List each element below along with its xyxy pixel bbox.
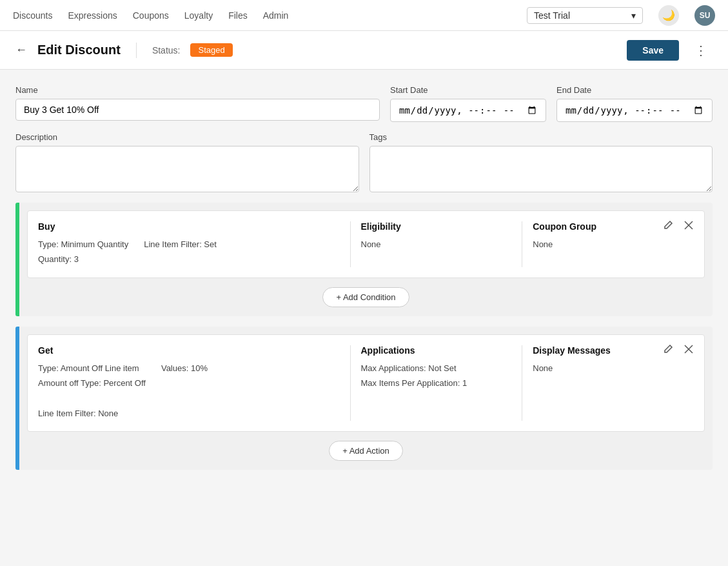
end-date-input[interactable] bbox=[556, 99, 713, 122]
nav-coupons[interactable]: Coupons bbox=[133, 8, 169, 23]
add-condition-row: + Add Condition bbox=[19, 278, 713, 316]
description-input[interactable] bbox=[15, 146, 359, 192]
status-label: Status: bbox=[152, 45, 181, 56]
buy-type: Type: Minimum Quantity bbox=[38, 237, 128, 252]
buy-details-left: Type: Minimum Quantity Quantity: 3 bbox=[38, 237, 128, 267]
get-filter: Line Item Filter: None bbox=[38, 406, 146, 421]
dark-mode-toggle[interactable]: 🌙 bbox=[658, 5, 679, 26]
back-button[interactable]: ← bbox=[15, 43, 27, 57]
add-action-row: + Add Action bbox=[19, 432, 713, 470]
add-action-button[interactable]: + Add Action bbox=[329, 441, 403, 461]
end-date-label: End Date bbox=[556, 85, 713, 95]
buy-details-right: Line Item Filter: Set bbox=[144, 237, 217, 267]
edit-icon bbox=[663, 220, 673, 233]
close-icon bbox=[684, 344, 694, 357]
status-badge: Staged bbox=[190, 43, 232, 57]
action-card-actions bbox=[660, 343, 696, 358]
max-applications: Max Applications: Not Set bbox=[361, 361, 512, 376]
applications-column: Applications Max Applications: Not Set M… bbox=[350, 345, 522, 421]
action-card-grid: Get Type: Amount Off Line item Amount of… bbox=[38, 345, 694, 421]
start-date-label: Start Date bbox=[390, 85, 546, 95]
avatar[interactable]: SU bbox=[694, 5, 715, 26]
delete-action-button[interactable] bbox=[681, 343, 696, 358]
buy-title: Buy bbox=[38, 221, 340, 232]
condition-card-grid: Buy Type: Minimum Quantity Quantity: 3 L… bbox=[38, 221, 694, 267]
nav-loyalty[interactable]: Loyalty bbox=[184, 8, 213, 23]
action-card: Get Type: Amount Off Line item Amount of… bbox=[27, 334, 705, 432]
card-actions bbox=[660, 219, 696, 234]
edit-icon bbox=[663, 344, 673, 357]
description-label: Description bbox=[15, 132, 359, 142]
close-icon bbox=[684, 220, 694, 233]
add-condition-button[interactable]: + Add Condition bbox=[322, 287, 409, 307]
get-title: Get bbox=[38, 345, 340, 356]
eligibility-title: Eligibility bbox=[361, 221, 512, 232]
applications-details: Max Applications: Not Set Max Items Per … bbox=[361, 361, 512, 391]
moon-icon: 🌙 bbox=[662, 9, 675, 21]
tags-input[interactable] bbox=[369, 146, 713, 192]
start-date-group: Start Date bbox=[390, 85, 546, 122]
env-selector-value: Test Trial bbox=[534, 10, 570, 21]
name-label: Name bbox=[15, 85, 380, 95]
desc-tags-row: Description Tags bbox=[15, 132, 713, 192]
back-arrow-icon: ← bbox=[15, 43, 27, 57]
condition-card: Buy Type: Minimum Quantity Quantity: 3 L… bbox=[27, 210, 705, 278]
get-details-right: Values: 10% bbox=[161, 361, 208, 421]
name-field-group: Name bbox=[15, 85, 380, 121]
nav-admin[interactable]: Admin bbox=[263, 8, 289, 23]
start-date-input[interactable] bbox=[390, 99, 546, 122]
name-date-row: Name Start Date End Date bbox=[15, 85, 713, 122]
main-content: Name Start Date End Date Description Tag… bbox=[0, 70, 728, 566]
display-messages-value: None bbox=[533, 361, 684, 376]
description-group: Description bbox=[15, 132, 359, 192]
condition-section: Buy Type: Minimum Quantity Quantity: 3 L… bbox=[15, 203, 713, 316]
get-column: Get Type: Amount Off Line item Amount of… bbox=[38, 345, 350, 421]
end-date-group: End Date bbox=[556, 85, 713, 122]
env-selector[interactable]: Test Trial ▾ bbox=[527, 7, 643, 24]
save-button[interactable]: Save bbox=[627, 40, 679, 61]
buy-filter: Line Item Filter: Set bbox=[144, 237, 217, 252]
chevron-down-icon: ▾ bbox=[631, 10, 636, 21]
get-type: Type: Amount Off Line item bbox=[38, 361, 146, 376]
get-amount-type: Amount off Type: Percent Off bbox=[38, 376, 146, 390]
tags-group: Tags bbox=[369, 132, 713, 192]
nav-files[interactable]: Files bbox=[228, 8, 248, 23]
condition-section-inner: Buy Type: Minimum Quantity Quantity: 3 L… bbox=[19, 203, 713, 316]
buy-quantity: Quantity: 3 bbox=[38, 252, 128, 267]
header-divider bbox=[136, 43, 137, 58]
edit-action-button[interactable] bbox=[660, 343, 676, 358]
edit-header: ← Edit Discount Status: Staged Save ⋮ bbox=[0, 31, 728, 70]
delete-condition-button[interactable] bbox=[681, 219, 696, 234]
buy-column: Buy Type: Minimum Quantity Quantity: 3 L… bbox=[38, 221, 350, 267]
get-values: Values: 10% bbox=[161, 361, 208, 376]
eligibility-column: Eligibility None bbox=[350, 221, 522, 267]
nav-expressions[interactable]: Expressions bbox=[68, 8, 117, 23]
action-section: Get Type: Amount Off Line item Amount of… bbox=[15, 327, 713, 470]
name-input[interactable] bbox=[15, 99, 380, 121]
applications-title: Applications bbox=[361, 345, 512, 356]
top-nav: Discounts Expressions Coupons Loyalty Fi… bbox=[0, 0, 728, 31]
nav-discounts[interactable]: Discounts bbox=[13, 8, 52, 23]
avatar-initials: SU bbox=[700, 11, 711, 20]
page-title: Edit Discount bbox=[37, 43, 121, 57]
tags-label: Tags bbox=[369, 132, 713, 142]
eligibility-value: None bbox=[361, 237, 512, 252]
edit-condition-button[interactable] bbox=[660, 219, 676, 234]
coupon-group-value: None bbox=[533, 237, 684, 252]
get-details-left: Type: Amount Off Line item Amount off Ty… bbox=[38, 361, 146, 421]
max-items: Max Items Per Application: 1 bbox=[361, 376, 512, 390]
more-options-button[interactable]: ⋮ bbox=[689, 40, 713, 61]
action-section-inner: Get Type: Amount Off Line item Amount of… bbox=[19, 327, 713, 470]
